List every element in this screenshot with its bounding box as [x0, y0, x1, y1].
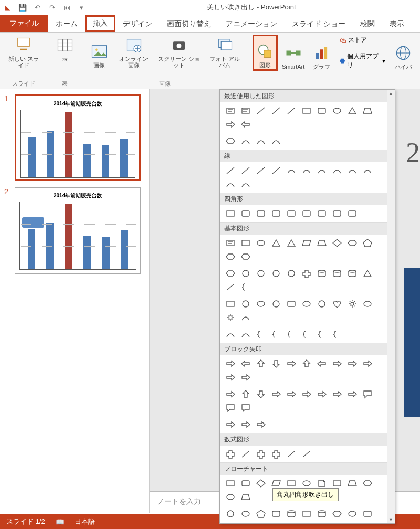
shape-tri[interactable]	[345, 104, 359, 117]
shape-line[interactable]	[269, 104, 283, 117]
shape-brace[interactable]	[314, 328, 329, 341]
shape-rect[interactable]	[299, 507, 313, 520]
shape-rrect[interactable]	[284, 298, 298, 310]
shape-circle[interactable]	[314, 298, 329, 310]
shape-textbox[interactable]	[223, 104, 237, 117]
shape-arrowD[interactable]	[254, 388, 268, 400]
slide-thumbnail-1[interactable]: 2014年前期販売台数	[15, 94, 141, 181]
shape-arrowL[interactable]	[238, 357, 253, 370]
store-button[interactable]: 🛍ストア	[340, 36, 367, 45]
shape-arrowL[interactable]	[238, 118, 253, 131]
photo-album-button[interactable]: フォト アルバム	[206, 35, 244, 69]
shape-rrect[interactable]	[269, 507, 283, 520]
shape-arrowR[interactable]	[284, 357, 298, 370]
chart-button[interactable]: グラフ	[309, 35, 334, 71]
shape-can[interactable]	[345, 267, 359, 280]
tab-home[interactable]: ホーム	[48, 16, 85, 32]
shape-rrect[interactable]	[269, 207, 283, 220]
shape-arrowR[interactable]	[223, 388, 237, 400]
shape-arrowU[interactable]	[299, 357, 313, 370]
shape-curve[interactable]	[314, 164, 329, 177]
shape-curve[interactable]	[223, 178, 237, 191]
undo-icon[interactable]: ↶	[33, 3, 42, 12]
shape-curve[interactable]	[223, 328, 237, 341]
shape-ellipse[interactable]	[223, 491, 237, 503]
shape-arrowR[interactable]	[345, 388, 359, 400]
shape-can[interactable]	[314, 267, 329, 280]
shape-arrowR[interactable]	[223, 418, 237, 431]
shape-curve[interactable]	[299, 164, 313, 177]
shape-arrowR[interactable]	[223, 118, 237, 131]
shape-arrowR[interactable]	[254, 418, 268, 431]
shape-ellipse[interactable]	[360, 298, 374, 310]
shape-sun[interactable]	[345, 298, 359, 310]
shape-line[interactable]	[223, 281, 237, 293]
image-button[interactable]: 画像	[87, 35, 112, 69]
shape-plus[interactable]	[223, 448, 237, 460]
shape-circle[interactable]	[284, 267, 298, 280]
smartart-button[interactable]: SmartArt	[281, 35, 306, 71]
shape-arrowR[interactable]	[238, 371, 253, 384]
shape-diam[interactable]	[254, 477, 268, 490]
shape-ellipse[interactable]	[299, 298, 313, 310]
shape-brace[interactable]	[254, 328, 268, 341]
shape-ellipse[interactable]	[330, 104, 344, 117]
shape-hex[interactable]	[223, 135, 237, 147]
shape-line[interactable]	[284, 448, 298, 460]
shape-circle[interactable]	[238, 298, 253, 310]
shape-line[interactable]	[299, 448, 313, 460]
shape-curve[interactable]	[284, 164, 298, 177]
shape-arrowD[interactable]	[269, 357, 283, 370]
shape-rrect[interactable]	[314, 207, 329, 220]
shape-curve[interactable]	[238, 178, 253, 191]
shape-curve[interactable]	[330, 164, 344, 177]
shape-rrect[interactable]	[345, 207, 359, 220]
shape-rrect[interactable]	[238, 207, 253, 220]
shape-callout[interactable]	[238, 401, 253, 414]
shape-rect[interactable]	[223, 477, 237, 490]
shape-arrowR[interactable]	[223, 357, 237, 370]
shape-diam[interactable]	[330, 237, 344, 249]
shape-ellipse[interactable]	[254, 237, 268, 249]
myapps-button[interactable]: ⬣個人用アプリ▾	[340, 52, 385, 70]
shape-rect[interactable]	[223, 207, 237, 220]
shape-line[interactable]	[238, 164, 253, 177]
slide-thumbnail-2[interactable]: 2014年前期販売台数	[15, 187, 141, 274]
shape-arrowR[interactable]	[284, 388, 298, 400]
shape-arrowR[interactable]	[314, 388, 329, 400]
tab-slideshow[interactable]: スライド ショー	[285, 16, 353, 32]
shape-rect[interactable]	[223, 298, 237, 310]
table-button[interactable]: 表	[52, 35, 78, 63]
shape-curve[interactable]	[269, 135, 283, 147]
shape-tri[interactable]	[269, 237, 283, 249]
shape-plus[interactable]	[269, 448, 283, 460]
shape-can[interactable]	[284, 507, 298, 520]
shape-trap[interactable]	[314, 237, 329, 249]
save-icon[interactable]: 💾	[18, 3, 27, 12]
shape-pent[interactable]	[360, 237, 374, 249]
shape-hex[interactable]	[223, 250, 237, 263]
shape-arrowR[interactable]	[238, 418, 253, 431]
shape-arrowR[interactable]	[330, 388, 344, 400]
shape-ellipse[interactable]	[254, 298, 268, 310]
shape-brace[interactable]	[330, 328, 344, 341]
tab-review[interactable]: 校閲	[353, 16, 382, 32]
shape-arrowU[interactable]	[238, 388, 253, 400]
shape-para[interactable]	[299, 237, 313, 249]
shape-textbox[interactable]	[223, 237, 237, 249]
shape-hex[interactable]	[345, 237, 359, 249]
shape-arrowL[interactable]	[314, 357, 329, 370]
shape-curve[interactable]	[238, 328, 253, 341]
tab-transitions[interactable]: 画面切り替え	[160, 16, 218, 32]
shape-curve[interactable]	[360, 164, 374, 177]
shape-hex[interactable]	[223, 267, 237, 280]
shape-arrowR[interactable]	[299, 388, 313, 400]
shape-rrect[interactable]	[238, 477, 253, 490]
shape-line[interactable]	[269, 164, 283, 177]
tab-animations[interactable]: アニメーション	[218, 16, 285, 32]
shape-brace[interactable]	[299, 328, 313, 341]
tab-view[interactable]: 表示	[382, 16, 412, 32]
shape-plus[interactable]	[223, 521, 237, 523]
shape-brace[interactable]	[269, 328, 283, 341]
shape-curve[interactable]	[238, 311, 253, 324]
